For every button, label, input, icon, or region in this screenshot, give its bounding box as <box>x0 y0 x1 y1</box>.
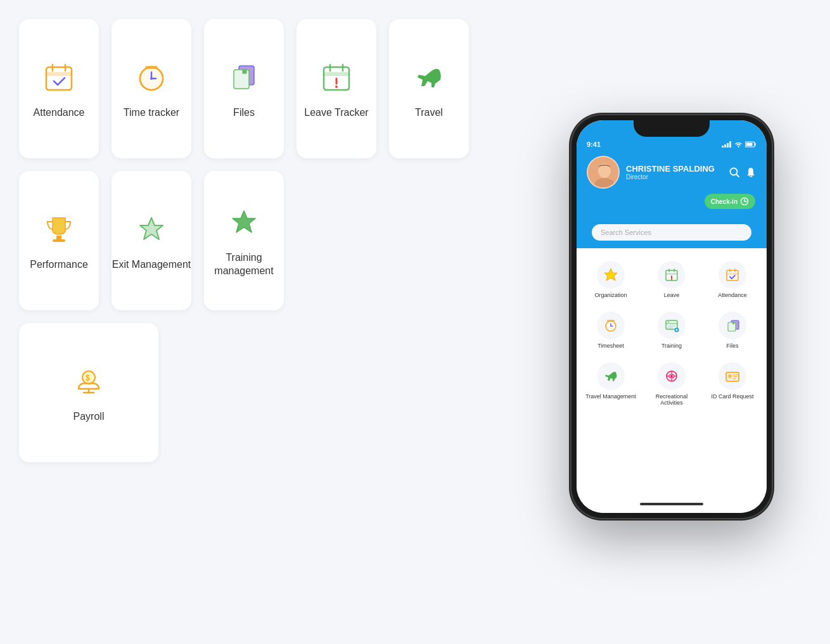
card-exit-management[interactable]: Exit Management <box>112 171 191 310</box>
svg-rect-45 <box>666 273 677 275</box>
card-leave-tracker[interactable]: Leave Tracker <box>297 19 376 158</box>
leave-icon-circle <box>658 261 686 289</box>
phone-time: 9:41 <box>587 141 601 148</box>
recreational-icon <box>664 369 679 384</box>
idcard-label: ID Card Request <box>711 393 753 400</box>
signal-icon <box>722 141 732 148</box>
training-label: Training <box>661 343 682 350</box>
svg-text:$: $ <box>86 374 90 382</box>
card-training-management-label: Training management <box>204 251 284 278</box>
svg-rect-29 <box>727 143 729 148</box>
card-travel-label: Travel <box>415 106 443 120</box>
phone-item-timesheet[interactable]: Timesheet <box>582 305 640 353</box>
svg-rect-61 <box>668 325 675 327</box>
card-training-management[interactable]: Training management <box>204 171 284 310</box>
phone-user-info: CHRISTINE SPALDING Director <box>626 164 729 180</box>
home-indicator <box>640 503 703 505</box>
phone-item-leave[interactable]: Leave <box>642 255 701 303</box>
bell-icon[interactable] <box>745 167 757 178</box>
trophy-icon <box>40 210 78 248</box>
clock-icon <box>132 58 170 96</box>
attendance-label: Attendance <box>718 292 747 299</box>
card-payroll-label: Payroll <box>73 410 105 424</box>
phone-screen: 9:41 <box>577 120 767 513</box>
phone-item-training[interactable]: Training <box>642 305 701 353</box>
files-phone-label: Files <box>726 343 738 350</box>
phone-user-name: CHRISTINE SPALDING <box>626 164 729 174</box>
training-icon-circle <box>658 312 686 339</box>
svg-rect-57 <box>607 320 615 322</box>
card-payroll[interactable]: $ Payroll <box>19 323 158 462</box>
files-phone-icon <box>725 318 740 333</box>
grid-row-2: Performance Exit Management Training man… <box>19 171 469 310</box>
grid-row-1: Attendance Time tracker <box>19 19 469 158</box>
svg-rect-62 <box>668 327 673 329</box>
svg-line-39 <box>736 174 739 177</box>
idcard-icon-circle <box>718 362 746 390</box>
svg-point-9 <box>150 77 153 80</box>
files-icon <box>225 58 263 96</box>
svg-marker-22 <box>233 211 255 232</box>
svg-point-49 <box>671 279 672 281</box>
checkin-label: Check-in <box>711 198 737 205</box>
checkin-button[interactable]: Check-in <box>705 194 755 209</box>
card-performance-label: Performance <box>30 258 88 272</box>
card-travel[interactable]: Travel <box>389 19 469 158</box>
svg-rect-51 <box>727 273 738 275</box>
phone-item-idcard[interactable]: ID Card Request <box>703 356 762 411</box>
svg-rect-0 <box>46 67 72 90</box>
phone-status-bar: 9:41 <box>587 141 757 148</box>
attendance-icon-circle <box>718 261 746 289</box>
phone-item-files[interactable]: Files <box>703 305 762 353</box>
timesheet-icon-circle <box>597 312 625 339</box>
phone-services-grid: Organization <box>582 255 762 410</box>
card-time-tracker-label: Time tracker <box>124 106 179 120</box>
phone-content: Organization <box>577 248 767 496</box>
phone-item-attendance[interactable]: Attendance <box>703 255 762 303</box>
leave-icon <box>664 267 679 282</box>
phone-item-travel[interactable]: Travel Management <box>582 356 640 411</box>
phone-header-icons <box>729 167 757 178</box>
avatar <box>587 156 620 189</box>
svg-rect-67 <box>728 322 736 331</box>
svg-point-75 <box>728 374 732 378</box>
home-indicator-area <box>577 496 767 513</box>
phone-mockup: 9:41 <box>526 13 817 621</box>
card-files-label: Files <box>233 106 255 120</box>
organization-label: Organization <box>594 292 627 299</box>
travel-icon-circle <box>597 362 625 390</box>
card-performance[interactable]: Performance <box>19 171 99 310</box>
plane-icon <box>410 58 448 96</box>
card-leave-tracker-label: Leave Tracker <box>304 106 368 120</box>
battery-icon <box>745 141 757 148</box>
svg-rect-19 <box>56 236 61 239</box>
search-bar[interactable]: Search Services <box>592 224 751 241</box>
calendar-exclaim-icon <box>317 58 355 96</box>
phone-item-recreational[interactable]: Recreational Activities <box>642 356 701 411</box>
avatar-image <box>588 157 620 189</box>
svg-point-18 <box>335 85 338 88</box>
phone-user-role: Director <box>626 174 729 180</box>
money-hand-icon: $ <box>70 362 108 400</box>
phone-status-icons <box>722 141 757 148</box>
svg-rect-10 <box>145 66 158 69</box>
search-placeholder: Search Services <box>601 229 651 236</box>
phone-screen-container: 9:41 <box>577 120 767 513</box>
svg-marker-43 <box>604 268 617 281</box>
phone-notch <box>634 120 710 137</box>
card-attendance[interactable]: Attendance <box>19 19 99 158</box>
phone-item-organization[interactable]: Organization <box>582 255 640 303</box>
files-phone-icon-circle <box>718 312 746 339</box>
card-files[interactable]: Files <box>204 19 284 158</box>
travel-icon <box>603 369 618 384</box>
search-icon[interactable] <box>729 167 740 178</box>
wifi-icon <box>734 141 743 148</box>
timesheet-icon <box>603 318 618 333</box>
svg-rect-28 <box>724 144 726 148</box>
svg-point-69 <box>670 375 673 377</box>
card-exit-management-label: Exit Management <box>112 258 191 272</box>
phone-outer-frame: 9:41 <box>570 114 773 519</box>
cards-grid: Attendance Time tracker <box>0 0 482 488</box>
card-time-tracker[interactable]: Time tracker <box>112 19 191 158</box>
svg-rect-27 <box>722 146 724 148</box>
